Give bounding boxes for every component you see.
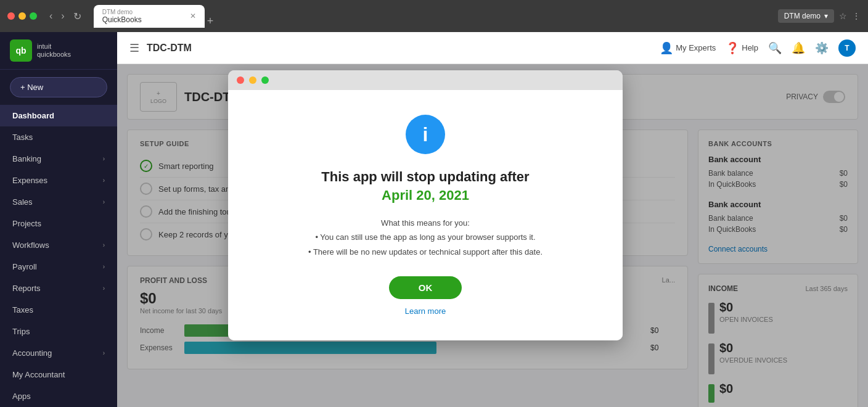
- profile-dropdown[interactable]: DTM demo ▾: [778, 9, 834, 23]
- dashboard-content: + LOGO TDC-DTM PRIVACY SETUP: [117, 64, 868, 407]
- dot-red: [7, 12, 15, 20]
- quickbooks-logo: qb: [10, 39, 32, 62]
- chevron-right-icon: ›: [103, 177, 105, 184]
- gear-icon: ⚙️: [815, 41, 829, 55]
- sidebar-item-workflows[interactable]: Workflows ›: [0, 234, 117, 256]
- main-area: ☰ TDC-DTM 👤 My Experts ❓ Help 🔍 🔔: [117, 32, 868, 407]
- sidebar-item-label: Projects: [12, 219, 41, 228]
- new-tab-button[interactable]: +: [207, 15, 214, 28]
- topbar-company-name: TDC-DTM: [147, 43, 652, 54]
- modal-body-text: What this means for you: • You can still…: [308, 216, 542, 259]
- person-icon: 👤: [660, 41, 673, 55]
- dot-yellow: [18, 12, 26, 20]
- app-container: qb intuitquickbooks + New Dashboard Task…: [0, 32, 868, 407]
- sidebar-item-label: Apps: [12, 392, 31, 401]
- chevron-right-icon: ›: [103, 350, 105, 356]
- modal-overlay: i This app will stop updating after Apri…: [117, 64, 868, 407]
- bookmark-icon[interactable]: ☆: [839, 11, 847, 21]
- sidebar-item-label: Workflows: [12, 240, 49, 250]
- bell-icon: 🔔: [792, 41, 805, 55]
- refresh-button[interactable]: ↻: [71, 8, 84, 25]
- sidebar-logo: qb intuitquickbooks: [0, 32, 117, 70]
- modal-heading: This app will stop updating after: [321, 169, 529, 185]
- tab-subdomain: DTM demo: [102, 9, 142, 15]
- chevron-right-icon: ›: [103, 155, 105, 162]
- settings-button[interactable]: ⚙️: [815, 41, 829, 55]
- sidebar-item-label: Payroll: [12, 262, 37, 271]
- sidebar-item-sales[interactable]: Sales ›: [0, 191, 117, 213]
- help-label: Help: [742, 43, 758, 52]
- browser-right: DTM demo ▾ ☆ ⋮: [778, 9, 861, 23]
- notifications-button[interactable]: 🔔: [792, 41, 805, 55]
- info-icon: i: [406, 115, 445, 154]
- new-button[interactable]: + New: [10, 77, 107, 97]
- back-button[interactable]: ‹: [47, 8, 55, 25]
- sidebar-item-taxes[interactable]: Taxes: [0, 299, 117, 321]
- sidebar-item-banking[interactable]: Banking ›: [0, 148, 117, 170]
- sidebar-item-label: Dashboard: [12, 111, 54, 120]
- sidebar-item-label: My Accountant: [12, 370, 65, 379]
- search-button[interactable]: 🔍: [768, 41, 782, 55]
- sidebar-item-trips[interactable]: Trips: [0, 321, 117, 342]
- hamburger-icon[interactable]: ☰: [129, 41, 139, 55]
- modal-titlebar: [228, 70, 623, 90]
- sidebar-item-expenses[interactable]: Expenses ›: [0, 170, 117, 191]
- dot-green: [30, 12, 37, 20]
- browser-tab-bar: DTM demo QuickBooks ✕ +: [94, 5, 773, 28]
- sidebar: qb intuitquickbooks + New Dashboard Task…: [0, 32, 117, 407]
- sidebar-item-label: Reports: [12, 284, 41, 293]
- sidebar-nav: Dashboard Tasks Banking › Expenses › Sal…: [0, 105, 117, 407]
- my-experts-button[interactable]: 👤 My Experts: [660, 41, 716, 55]
- forward-button[interactable]: ›: [59, 8, 67, 25]
- sidebar-item-projects[interactable]: Projects: [0, 213, 117, 234]
- sidebar-item-dashboard[interactable]: Dashboard: [0, 105, 117, 126]
- sidebar-item-label: Taxes: [12, 305, 33, 314]
- sidebar-item-apps[interactable]: Apps: [0, 385, 117, 407]
- chevron-right-icon: ›: [103, 263, 105, 270]
- dropdown-chevron-icon: ▾: [824, 12, 828, 20]
- avatar: T: [838, 39, 856, 57]
- top-bar-actions: 👤 My Experts ❓ Help 🔍 🔔 ⚙️ T: [660, 39, 856, 57]
- sidebar-item-tasks[interactable]: Tasks: [0, 126, 117, 148]
- modal-dot-green: [261, 76, 269, 84]
- chevron-right-icon: ›: [103, 199, 105, 205]
- logo-text: intuitquickbooks: [37, 43, 71, 59]
- browser-menu-icon[interactable]: ⋮: [852, 11, 861, 21]
- sidebar-item-label: Expenses: [12, 176, 47, 185]
- tab-close-icon[interactable]: ✕: [190, 12, 196, 20]
- profile-name: DTM demo: [784, 12, 821, 20]
- sidebar-item-label: Trips: [12, 327, 30, 336]
- browser-nav: ‹ › ↻: [47, 8, 84, 25]
- sidebar-item-label: Banking: [12, 154, 41, 163]
- my-experts-label: My Experts: [676, 43, 716, 52]
- sidebar-item-label: Tasks: [12, 133, 33, 142]
- browser-tab[interactable]: DTM demo QuickBooks ✕: [94, 5, 205, 28]
- modal-dot-red: [237, 76, 244, 84]
- chevron-right-icon: ›: [103, 242, 105, 249]
- modal-dialog: i This app will stop updating after Apri…: [228, 70, 623, 340]
- sidebar-item-payroll[interactable]: Payroll ›: [0, 256, 117, 278]
- modal-body: i This app will stop updating after Apri…: [228, 90, 623, 340]
- browser-chrome: ‹ › ↻ DTM demo QuickBooks ✕ + DTM demo ▾…: [0, 0, 868, 32]
- tab-title: QuickBooks: [102, 15, 142, 24]
- sidebar-item-accounting[interactable]: Accounting ›: [0, 342, 117, 364]
- chevron-right-icon: ›: [103, 285, 105, 292]
- sidebar-item-accountant[interactable]: My Accountant: [0, 364, 117, 385]
- modal-ok-button[interactable]: OK: [389, 276, 462, 299]
- modal-learn-more-link[interactable]: Learn more: [405, 306, 446, 316]
- help-button[interactable]: ❓ Help: [726, 41, 758, 55]
- search-icon: 🔍: [768, 41, 782, 55]
- sidebar-item-label: Sales: [12, 197, 33, 207]
- modal-date: April 20, 2021: [382, 187, 469, 204]
- sidebar-item-reports[interactable]: Reports ›: [0, 278, 117, 299]
- user-avatar[interactable]: T: [838, 39, 856, 57]
- browser-dots: [7, 12, 37, 20]
- help-icon: ❓: [726, 41, 739, 55]
- top-bar: ☰ TDC-DTM 👤 My Experts ❓ Help 🔍 🔔: [117, 32, 868, 64]
- modal-dot-yellow: [249, 76, 256, 84]
- sidebar-item-label: Accounting: [12, 348, 52, 358]
